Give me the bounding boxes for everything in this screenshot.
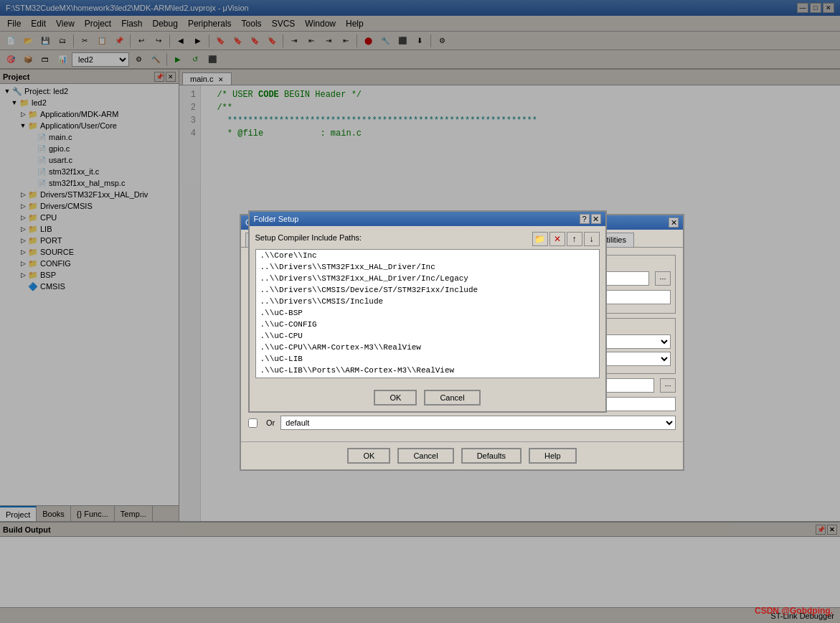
path-item[interactable]: .\\uC-CPU\\ARM-Cortex-M3\\RealView [256, 342, 599, 353]
delete-path-btn[interactable]: ✕ [549, 232, 565, 246]
folder-dialog-help[interactable]: ? [580, 214, 590, 224]
path-item[interactable]: ..\\Drivers\\STM32F1xx_HAL_Driver/Inc [256, 261, 599, 273]
watermark: CSDN @Gobdping. [755, 606, 833, 616]
folder-setup-dialog: Folder Setup ? ✕ Setup Compiler Include … [248, 210, 607, 413]
new-folder-btn[interactable]: 📁 [532, 232, 548, 246]
move-up-btn[interactable]: ↑ [567, 232, 582, 246]
path-item[interactable]: .\\uC-LIB [256, 353, 599, 365]
path-item[interactable]: ..\\Drivers\\STM32F1xx_HAL_Driver/Inc/Le… [256, 273, 599, 284]
path-tool-buttons: 📁 ✕ ↑ ↓ [532, 232, 600, 246]
options-dialog-footer: OK Cancel Defaults Help [241, 441, 683, 469]
folder-dialog-footer: OK Cancel [250, 384, 605, 411]
options-ok-btn[interactable]: OK [347, 448, 390, 464]
folder-dialog-titlebar: Folder Setup ? ✕ [250, 212, 605, 226]
options-help-btn[interactable]: Help [529, 448, 577, 464]
folder-dialog-close[interactable]: ✕ [591, 214, 601, 224]
path-item[interactable]: ..\\Drivers\\CMSIS/Include [256, 296, 599, 307]
path-toolbar: Setup Compiler Include Paths: 📁 ✕ ↑ ↓ [255, 232, 600, 246]
path-section-label: Setup Compiler Include Paths: [255, 233, 362, 242]
m-row: Or default [248, 416, 676, 430]
path-item[interactable]: .\\Core\\Inc [256, 250, 599, 261]
folder-ok-btn[interactable]: OK [374, 390, 417, 406]
options-dialog-close[interactable]: ✕ [669, 217, 679, 228]
folder-dialog-body: Setup Compiler Include Paths: 📁 ✕ ↑ ↓ .\… [250, 226, 605, 384]
define-browse-btn[interactable]: ··· [655, 271, 671, 286]
path-item[interactable]: ..\\Drivers\\CMSIS/Device/ST/STM32F1xx/I… [256, 284, 599, 296]
path-item[interactable]: .\\uC-CONFIG [256, 319, 599, 330]
path-list[interactable]: .\\Core\\Inc ..\\Drivers\\STM32F1xx_HAL_… [255, 249, 600, 378]
path-item[interactable]: .\\uC-CPU [256, 330, 599, 342]
path-item[interactable]: .\\uC-LIB\\Ports\\ARM-Cortex-M3\\RealVie… [256, 365, 599, 376]
folder-dialog-title: Folder Setup [254, 215, 299, 223]
m-label: Or [266, 418, 275, 427]
m-select[interactable]: default [280, 416, 676, 430]
path-item[interactable]: .\\uCOS-III\\Source [256, 376, 599, 378]
m-checkbox[interactable] [248, 418, 258, 428]
include-browse-btn[interactable]: ··· [660, 378, 676, 393]
options-cancel-btn[interactable]: Cancel [397, 448, 453, 464]
path-item[interactable]: .\\uC-BSP [256, 307, 599, 319]
folder-cancel-btn[interactable]: Cancel [424, 390, 480, 406]
options-defaults-btn[interactable]: Defaults [461, 448, 522, 464]
move-down-btn[interactable]: ↓ [584, 232, 600, 246]
